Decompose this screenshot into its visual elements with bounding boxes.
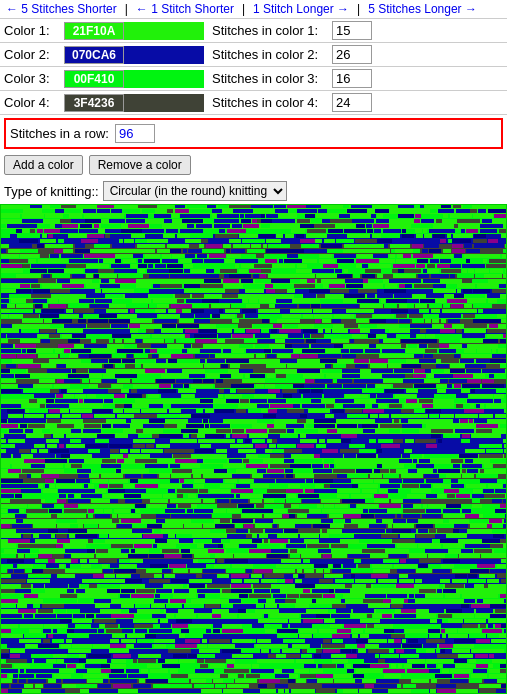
stitch-count-input-2[interactable] bbox=[332, 45, 372, 64]
sep3: | bbox=[355, 2, 362, 16]
color-swatch-input-1 bbox=[64, 22, 204, 40]
color-hex-input-1[interactable] bbox=[64, 22, 124, 40]
color-swatch-1 bbox=[124, 22, 204, 40]
stitch-count-input-3[interactable] bbox=[332, 69, 372, 88]
five-shorter-link[interactable]: ← 5 Stitches Shorter bbox=[0, 2, 123, 16]
stitch-count-label-2: Stitches in color 2: bbox=[212, 47, 332, 62]
color-swatch-input-2 bbox=[64, 46, 204, 64]
color-swatch-3 bbox=[124, 70, 204, 88]
remove-color-button[interactable]: Remove a color bbox=[89, 155, 191, 175]
knitting-type-row: Type of knitting:: Circular (in the roun… bbox=[0, 178, 507, 204]
color-label-4: Color 4: bbox=[4, 95, 64, 110]
sep1: | bbox=[123, 2, 130, 16]
five-longer-link[interactable]: 5 Stitches Longer → bbox=[362, 2, 483, 16]
stitch-count-input-4[interactable] bbox=[332, 93, 372, 112]
color-swatch-2 bbox=[124, 46, 204, 64]
stitches-in-row-section: Stitches in a row: bbox=[4, 118, 503, 149]
stitches-in-row-input[interactable] bbox=[115, 124, 155, 143]
color-swatch-input-4 bbox=[64, 94, 204, 112]
buttons-row: Add a color Remove a color bbox=[0, 152, 507, 178]
stitches-in-row-label: Stitches in a row: bbox=[10, 126, 109, 141]
knit-pattern bbox=[0, 204, 507, 694]
color-swatch-4 bbox=[124, 94, 204, 112]
stitch-count-label-3: Stitches in color 3: bbox=[212, 71, 332, 86]
stitch-count-label-4: Stitches in color 4: bbox=[212, 95, 332, 110]
color-label-3: Color 3: bbox=[4, 71, 64, 86]
pattern-canvas bbox=[0, 204, 507, 694]
knitting-type-label: Type of knitting:: bbox=[4, 184, 99, 199]
color-label-2: Color 2: bbox=[4, 47, 64, 62]
color-row-2: Color 2: Stitches in color 2: bbox=[0, 43, 507, 67]
sep2: | bbox=[240, 2, 247, 16]
nav-bar: ← 5 Stitches Shorter | ← 1 Stitch Shorte… bbox=[0, 0, 507, 19]
color-hex-input-3[interactable] bbox=[64, 70, 124, 88]
color-hex-input-4[interactable] bbox=[64, 94, 124, 112]
stitch-count-input-1[interactable] bbox=[332, 21, 372, 40]
knitting-type-select[interactable]: Circular (in the round) knittingFlat kni… bbox=[103, 181, 287, 201]
color-hex-input-2[interactable] bbox=[64, 46, 124, 64]
color-row-1: Color 1: Stitches in color 1: bbox=[0, 19, 507, 43]
color-swatch-input-3 bbox=[64, 70, 204, 88]
color-row-4: Color 4: Stitches in color 4: bbox=[0, 91, 507, 115]
stitch-count-label-1: Stitches in color 1: bbox=[212, 23, 332, 38]
one-shorter-link[interactable]: ← 1 Stitch Shorter bbox=[130, 2, 240, 16]
color-label-1: Color 1: bbox=[4, 23, 64, 38]
one-longer-link[interactable]: 1 Stitch Longer → bbox=[247, 2, 355, 16]
color-row-3: Color 3: Stitches in color 3: bbox=[0, 67, 507, 91]
color-rows: Color 1: Stitches in color 1: Color 2: S… bbox=[0, 19, 507, 115]
add-color-button[interactable]: Add a color bbox=[4, 155, 83, 175]
